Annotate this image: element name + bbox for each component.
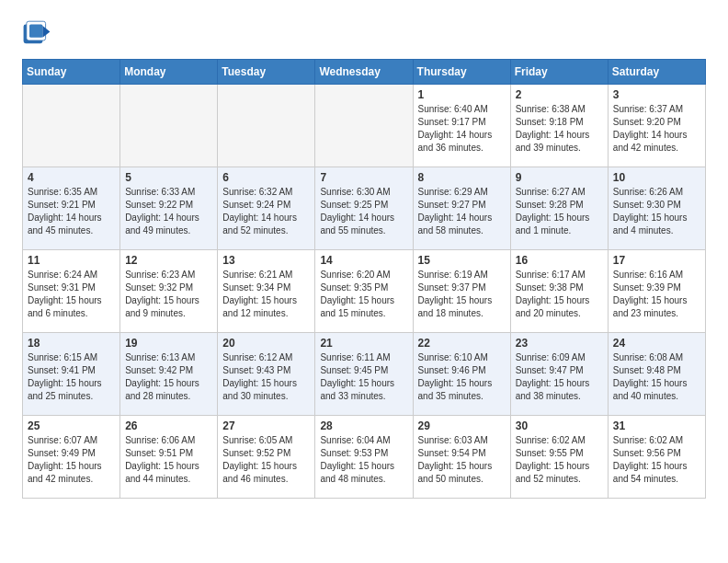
day-number: 14: [320, 254, 407, 267]
calendar-cell: 11Sunrise: 6:24 AM Sunset: 9:31 PM Dayli…: [23, 250, 120, 333]
day-number: 20: [222, 337, 310, 350]
weekday-header-row: SundayMondayTuesdayWednesdayThursdayFrid…: [23, 60, 706, 85]
day-info: Sunrise: 6:19 AM Sunset: 9:37 PM Dayligh…: [418, 269, 506, 320]
day-info: Sunrise: 6:11 AM Sunset: 9:45 PM Dayligh…: [320, 351, 407, 403]
calendar-cell: 7Sunrise: 6:30 AM Sunset: 9:25 PM Daylig…: [315, 167, 413, 250]
calendar-cell: 20Sunrise: 6:12 AM Sunset: 9:43 PM Dayli…: [218, 333, 315, 416]
calendar-cell: 29Sunrise: 6:03 AM Sunset: 9:54 PM Dayli…: [413, 416, 510, 499]
day-info: Sunrise: 6:24 AM Sunset: 9:31 PM Dayligh…: [28, 269, 115, 320]
day-number: 15: [418, 254, 506, 267]
day-info: Sunrise: 6:16 AM Sunset: 9:39 PM Dayligh…: [613, 269, 700, 320]
calendar-cell: [23, 85, 120, 167]
header: [22, 18, 706, 48]
day-number: 3: [613, 88, 700, 101]
calendar-cell: 23Sunrise: 6:09 AM Sunset: 9:47 PM Dayli…: [510, 333, 608, 416]
day-info: Sunrise: 6:21 AM Sunset: 9:34 PM Dayligh…: [222, 269, 310, 320]
day-info: Sunrise: 6:02 AM Sunset: 9:55 PM Dayligh…: [516, 434, 603, 486]
calendar-cell: 17Sunrise: 6:16 AM Sunset: 9:39 PM Dayli…: [608, 250, 705, 333]
day-number: 13: [222, 254, 310, 267]
day-number: 26: [125, 419, 212, 432]
calendar-cell: 8Sunrise: 6:29 AM Sunset: 9:27 PM Daylig…: [413, 167, 510, 250]
svg-marker-3: [42, 26, 50, 38]
page: SundayMondayTuesdayWednesdayThursdayFrid…: [0, 0, 728, 513]
day-info: Sunrise: 6:32 AM Sunset: 9:24 PM Dayligh…: [222, 186, 310, 237]
day-number: 31: [613, 419, 700, 432]
calendar: SundayMondayTuesdayWednesdayThursdayFrid…: [22, 59, 706, 499]
weekday-wednesday: Wednesday: [315, 60, 413, 85]
calendar-cell: 21Sunrise: 6:11 AM Sunset: 9:45 PM Dayli…: [315, 333, 413, 416]
calendar-cell: 15Sunrise: 6:19 AM Sunset: 9:37 PM Dayli…: [413, 250, 510, 333]
calendar-cell: 12Sunrise: 6:23 AM Sunset: 9:32 PM Dayli…: [120, 250, 218, 333]
week-row-1: 1Sunrise: 6:40 AM Sunset: 9:17 PM Daylig…: [23, 85, 706, 167]
calendar-cell: 6Sunrise: 6:32 AM Sunset: 9:24 PM Daylig…: [218, 167, 315, 250]
calendar-cell: 16Sunrise: 6:17 AM Sunset: 9:38 PM Dayli…: [510, 250, 608, 333]
day-info: Sunrise: 6:07 AM Sunset: 9:49 PM Dayligh…: [28, 434, 115, 486]
day-number: 30: [516, 419, 603, 432]
calendar-cell: 13Sunrise: 6:21 AM Sunset: 9:34 PM Dayli…: [218, 250, 315, 333]
day-number: 19: [125, 337, 212, 350]
day-number: 2: [516, 88, 603, 101]
day-number: 25: [28, 419, 115, 432]
day-number: 8: [418, 171, 506, 184]
day-number: 10: [613, 171, 700, 184]
day-info: Sunrise: 6:08 AM Sunset: 9:48 PM Dayligh…: [613, 351, 700, 403]
calendar-cell: 26Sunrise: 6:06 AM Sunset: 9:51 PM Dayli…: [120, 416, 218, 499]
logo-icon: [22, 18, 51, 48]
calendar-cell: 30Sunrise: 6:02 AM Sunset: 9:55 PM Dayli…: [510, 416, 608, 499]
day-number: 4: [28, 171, 115, 184]
calendar-cell: 27Sunrise: 6:05 AM Sunset: 9:52 PM Dayli…: [218, 416, 315, 499]
calendar-cell: 18Sunrise: 6:15 AM Sunset: 9:41 PM Dayli…: [23, 333, 120, 416]
day-info: Sunrise: 6:27 AM Sunset: 9:28 PM Dayligh…: [516, 186, 603, 237]
day-info: Sunrise: 6:05 AM Sunset: 9:52 PM Dayligh…: [222, 434, 310, 486]
day-number: 16: [516, 254, 603, 267]
day-number: 23: [516, 337, 603, 350]
calendar-cell: 3Sunrise: 6:37 AM Sunset: 9:20 PM Daylig…: [608, 85, 705, 167]
day-number: 5: [125, 171, 212, 184]
day-number: 27: [222, 419, 310, 432]
day-info: Sunrise: 6:26 AM Sunset: 9:30 PM Dayligh…: [613, 186, 700, 237]
day-number: 11: [28, 254, 115, 267]
day-info: Sunrise: 6:35 AM Sunset: 9:21 PM Dayligh…: [28, 186, 115, 237]
week-row-3: 11Sunrise: 6:24 AM Sunset: 9:31 PM Dayli…: [23, 250, 706, 333]
logo: [22, 18, 55, 48]
calendar-cell: 24Sunrise: 6:08 AM Sunset: 9:48 PM Dayli…: [608, 333, 705, 416]
day-number: 28: [320, 419, 407, 432]
day-info: Sunrise: 6:20 AM Sunset: 9:35 PM Dayligh…: [320, 269, 407, 320]
weekday-saturday: Saturday: [608, 60, 705, 85]
day-number: 6: [222, 171, 310, 184]
day-info: Sunrise: 6:12 AM Sunset: 9:43 PM Dayligh…: [222, 351, 310, 403]
day-info: Sunrise: 6:13 AM Sunset: 9:42 PM Dayligh…: [125, 351, 212, 403]
calendar-cell: 22Sunrise: 6:10 AM Sunset: 9:46 PM Dayli…: [413, 333, 510, 416]
day-info: Sunrise: 6:04 AM Sunset: 9:53 PM Dayligh…: [320, 434, 407, 486]
weekday-monday: Monday: [120, 60, 218, 85]
weekday-thursday: Thursday: [413, 60, 510, 85]
day-info: Sunrise: 6:29 AM Sunset: 9:27 PM Dayligh…: [418, 186, 506, 237]
day-info: Sunrise: 6:23 AM Sunset: 9:32 PM Dayligh…: [125, 269, 212, 320]
day-info: Sunrise: 6:06 AM Sunset: 9:51 PM Dayligh…: [125, 434, 212, 486]
calendar-cell: 2Sunrise: 6:38 AM Sunset: 9:18 PM Daylig…: [510, 85, 608, 167]
calendar-cell: 9Sunrise: 6:27 AM Sunset: 9:28 PM Daylig…: [510, 167, 608, 250]
calendar-cell: 5Sunrise: 6:33 AM Sunset: 9:22 PM Daylig…: [120, 167, 218, 250]
day-number: 9: [516, 171, 603, 184]
day-info: Sunrise: 6:40 AM Sunset: 9:17 PM Dayligh…: [418, 103, 506, 155]
calendar-cell: [120, 85, 218, 167]
day-info: Sunrise: 6:38 AM Sunset: 9:18 PM Dayligh…: [516, 103, 603, 155]
day-info: Sunrise: 6:30 AM Sunset: 9:25 PM Dayligh…: [320, 186, 407, 237]
svg-rect-2: [29, 24, 42, 37]
day-info: Sunrise: 6:17 AM Sunset: 9:38 PM Dayligh…: [516, 269, 603, 320]
day-number: 7: [320, 171, 407, 184]
day-number: 12: [125, 254, 212, 267]
calendar-cell: 19Sunrise: 6:13 AM Sunset: 9:42 PM Dayli…: [120, 333, 218, 416]
day-number: 29: [418, 419, 506, 432]
day-info: Sunrise: 6:02 AM Sunset: 9:56 PM Dayligh…: [613, 434, 700, 486]
weekday-sunday: Sunday: [23, 60, 120, 85]
day-number: 18: [28, 337, 115, 350]
calendar-cell: [315, 85, 413, 167]
calendar-cell: 31Sunrise: 6:02 AM Sunset: 9:56 PM Dayli…: [608, 416, 705, 499]
day-info: Sunrise: 6:37 AM Sunset: 9:20 PM Dayligh…: [613, 103, 700, 155]
day-number: 21: [320, 337, 407, 350]
calendar-cell: 1Sunrise: 6:40 AM Sunset: 9:17 PM Daylig…: [413, 85, 510, 167]
week-row-5: 25Sunrise: 6:07 AM Sunset: 9:49 PM Dayli…: [23, 416, 706, 499]
day-number: 24: [613, 337, 700, 350]
day-info: Sunrise: 6:10 AM Sunset: 9:46 PM Dayligh…: [418, 351, 506, 403]
